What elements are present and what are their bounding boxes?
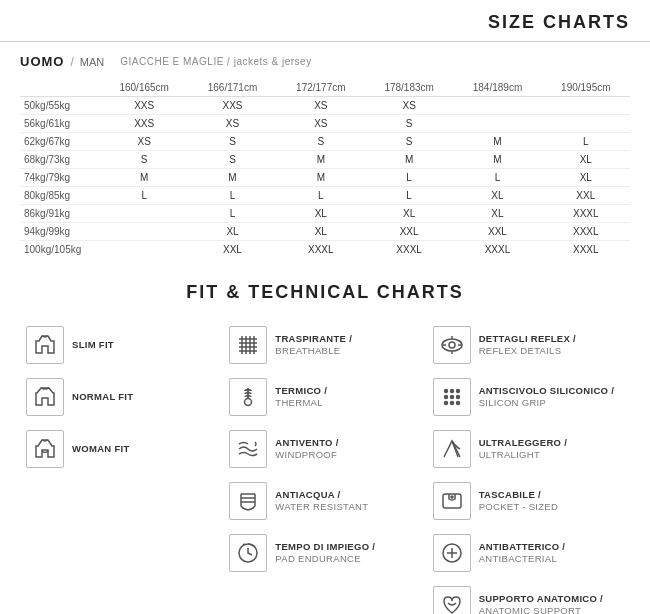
cell-166: S bbox=[188, 133, 276, 151]
cell-184 bbox=[453, 97, 541, 115]
ultralight-label: ULTRALEGGERO /ULTRALIGHT bbox=[479, 437, 567, 462]
cell-166: XL bbox=[188, 223, 276, 241]
icon-item-empty2 bbox=[20, 527, 223, 579]
col-header-weight bbox=[20, 79, 100, 97]
icon-item-antibacterial: ANTIBATTERICO /ANTIBACTERIAL bbox=[427, 527, 630, 579]
cell-166: XXL bbox=[188, 241, 276, 259]
icons-grid: SLIM FIT TRASPIRANTE /BREATHABLE bbox=[20, 319, 630, 614]
ultralight-icon bbox=[433, 430, 471, 468]
cell-172: XL bbox=[277, 223, 365, 241]
cell-weight: 56kg/61kg bbox=[20, 115, 100, 133]
cell-178: S bbox=[365, 133, 453, 151]
cell-weight: 74kg/79kg bbox=[20, 169, 100, 187]
pad-endurance-label: TEMPO DI IMPIEGO /PAD ENDURANCE bbox=[275, 541, 375, 566]
table-row: 80kg/85kg L L L L XL XXL bbox=[20, 187, 630, 205]
svg-point-26 bbox=[451, 496, 453, 498]
icon-item-empty1 bbox=[20, 475, 223, 527]
cell-178: M bbox=[365, 151, 453, 169]
icon-item-normal-fit: NORMAL FIT bbox=[20, 371, 223, 423]
cell-160: L bbox=[100, 187, 188, 205]
cell-160: XXS bbox=[100, 115, 188, 133]
category-slash: / bbox=[70, 55, 73, 69]
cell-172: L bbox=[277, 187, 365, 205]
col-header-172: 172/177cm bbox=[277, 79, 365, 97]
cell-184: XXXL bbox=[453, 241, 541, 259]
cell-166: L bbox=[188, 187, 276, 205]
cell-160: XS bbox=[100, 133, 188, 151]
svg-point-14 bbox=[245, 399, 252, 406]
table-row: 94kg/99kg XL XL XXL XXL XXXL bbox=[20, 223, 630, 241]
cell-190: XL bbox=[542, 151, 630, 169]
windproof-icon bbox=[229, 430, 267, 468]
cell-178: XL bbox=[365, 205, 453, 223]
table-row: 68kg/73kg S S M M M XL bbox=[20, 151, 630, 169]
cell-178: S bbox=[365, 115, 453, 133]
slim-fit-label: SLIM FIT bbox=[72, 339, 114, 351]
col-header-190: 190/195cm bbox=[542, 79, 630, 97]
silicon-grip-label: ANTISCIVOLO SILICONICO /SILICON GRIP bbox=[479, 385, 614, 410]
cell-172: XS bbox=[277, 97, 365, 115]
cell-weight: 50kg/55kg bbox=[20, 97, 100, 115]
icon-item-ultralight: ULTRALEGGERO /ULTRALIGHT bbox=[427, 423, 630, 475]
cell-190: XXXL bbox=[542, 223, 630, 241]
woman-fit-label: WOMAN FIT bbox=[72, 443, 130, 455]
size-charts-section: UOMO / MAN GIACCHE E MAGLIE / jackets & … bbox=[0, 42, 650, 268]
cell-190 bbox=[542, 115, 630, 133]
cell-160 bbox=[100, 223, 188, 241]
slim-fit-icon bbox=[26, 326, 64, 364]
cell-184: XXL bbox=[453, 223, 541, 241]
cell-190: XL bbox=[542, 169, 630, 187]
icon-item-breathable: TRASPIRANTE /BREATHABLE bbox=[223, 319, 426, 371]
cell-160: XXS bbox=[100, 97, 188, 115]
cell-172: S bbox=[277, 133, 365, 151]
reflex-icon bbox=[433, 326, 471, 364]
thermal-icon bbox=[229, 378, 267, 416]
icon-item-water-resistant: ANTIACQUA /WATER RESISTANT bbox=[223, 475, 426, 527]
cell-190: XXXL bbox=[542, 205, 630, 223]
cell-190: XXXL bbox=[542, 241, 630, 259]
cell-weight: 80kg/85kg bbox=[20, 187, 100, 205]
icon-item-slim-fit: SLIM FIT bbox=[20, 319, 223, 371]
cell-178: L bbox=[365, 169, 453, 187]
anatomic-support-icon bbox=[433, 586, 471, 614]
woman-fit-icon bbox=[26, 430, 64, 468]
antibacterial-icon bbox=[433, 534, 471, 572]
fit-charts-section: FIT & TECHNICAL CHARTS SLIM FIT bbox=[0, 268, 650, 614]
col-header-184: 184/189cm bbox=[453, 79, 541, 97]
svg-point-20 bbox=[450, 396, 453, 399]
thermal-label: TERMICO /THERMAL bbox=[275, 385, 327, 410]
cell-184: M bbox=[453, 151, 541, 169]
icon-item-empty4 bbox=[223, 579, 426, 614]
table-row: 50kg/55kg XXS XXS XS XS bbox=[20, 97, 630, 115]
icon-item-pocket-sized: TASCABILE /POCKET - SIZED bbox=[427, 475, 630, 527]
cell-160: M bbox=[100, 169, 188, 187]
pad-endurance-icon bbox=[229, 534, 267, 572]
svg-point-23 bbox=[450, 402, 453, 405]
cell-190: L bbox=[542, 133, 630, 151]
cell-184: XL bbox=[453, 187, 541, 205]
pocket-sized-label: TASCABILE /POCKET - SIZED bbox=[479, 489, 559, 514]
icon-item-empty3 bbox=[20, 579, 223, 614]
cell-weight: 100kg/105kg bbox=[20, 241, 100, 259]
cell-weight: 68kg/73kg bbox=[20, 151, 100, 169]
cell-178: L bbox=[365, 187, 453, 205]
svg-point-21 bbox=[456, 396, 459, 399]
normal-fit-label: NORMAL FIT bbox=[72, 391, 133, 403]
table-row: 100kg/105kg XXL XXXL XXXL XXXL XXXL bbox=[20, 241, 630, 259]
silicon-grip-icon bbox=[433, 378, 471, 416]
breathable-icon bbox=[229, 326, 267, 364]
cell-184: M bbox=[453, 133, 541, 151]
category-it: UOMO bbox=[20, 54, 64, 69]
cell-172: XS bbox=[277, 115, 365, 133]
cell-166: XS bbox=[188, 115, 276, 133]
section-subtitle: UOMO / MAN GIACCHE E MAGLIE / jackets & … bbox=[20, 54, 630, 69]
icon-item-silicon-grip: ANTISCIVOLO SILICONICO /SILICON GRIP bbox=[427, 371, 630, 423]
cell-172: XL bbox=[277, 205, 365, 223]
cell-190 bbox=[542, 97, 630, 115]
svg-point-18 bbox=[456, 390, 459, 393]
svg-point-24 bbox=[456, 402, 459, 405]
icon-item-woman-fit: WOMAN FIT bbox=[20, 423, 223, 475]
svg-point-22 bbox=[444, 402, 447, 405]
svg-point-19 bbox=[444, 396, 447, 399]
cell-178: XXXL bbox=[365, 241, 453, 259]
